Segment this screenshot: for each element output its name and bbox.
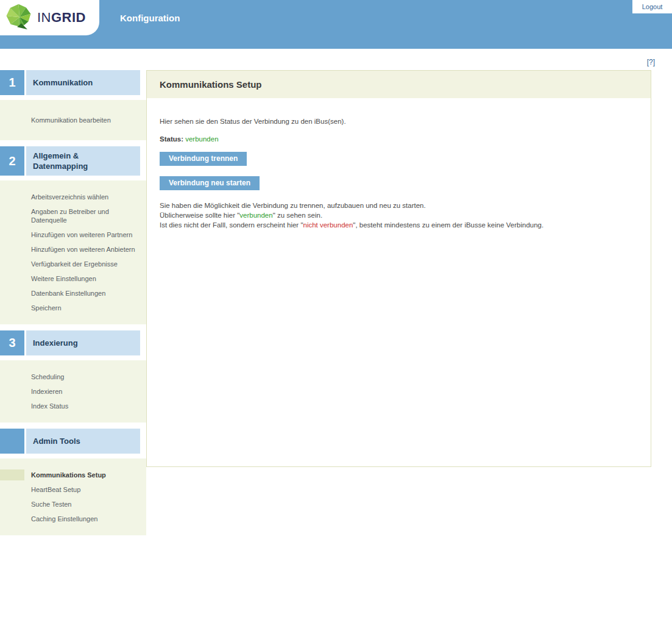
section-title-allgemein: Allgemein & Datenmapping: [26, 146, 140, 176]
status-line: Status: verbunden: [160, 135, 638, 143]
sidebar-section-indexierung: 3 Indexierung: [0, 330, 146, 355]
info-line3-prefix: Ist dies nicht der Falll, sondern ersche…: [160, 221, 303, 229]
info-line2-verbunden: verbunden: [239, 212, 272, 219]
section-number-1: 1: [0, 70, 24, 95]
sidebar-section-allgemein: 2 Allgemein & Datenmapping: [0, 146, 146, 176]
content-body: Hier sehen sie den Status der Verbindung…: [147, 98, 651, 249]
sidebar-panel-indexierung: Scheduling Indexieren Index Status: [0, 360, 146, 423]
sidebar-item-arbeitsverzeichnis[interactable]: Arbeitsverzeichnis wählen: [0, 190, 146, 204]
sidebar-item-datenbank-einstellungen[interactable]: Datenbank Einstellungen: [0, 286, 146, 301]
sidebar-panel-allgemein: Arbeitsverzeichnis wählen Angaben zu Bet…: [0, 180, 146, 324]
sidebar-item-scheduling[interactable]: Scheduling: [0, 369, 146, 384]
sidebar-section-admin-tools: Admin Tools: [0, 429, 146, 454]
logout-button[interactable]: Logout: [632, 0, 672, 13]
sidebar-item-weitere-partner[interactable]: Hinzufügen von weiteren Partnern: [0, 227, 146, 242]
sidebar-item-indexieren[interactable]: Indexieren: [0, 384, 146, 399]
sidebar-item-kommunikations-setup[interactable]: Kommunikations Setup: [0, 468, 146, 482]
top-header-bar: INGRID Konfiguration Logout: [0, 0, 672, 49]
status-value: verbunden: [185, 135, 218, 143]
section-title-kommunikation: Kommunikation: [26, 70, 140, 95]
sidebar: 1 Kommunikation Kommunikation bearbeiten…: [0, 70, 146, 541]
disconnect-button[interactable]: Verbindung trennen: [160, 152, 247, 166]
section-title-indexierung: Indexierung: [26, 330, 140, 355]
logo-text-grid: GRID: [51, 10, 86, 25]
sidebar-panel-admin-tools: Kommunikations Setup HeartBeat Setup Suc…: [0, 458, 146, 535]
info-line2-prefix: Üblicherweise sollte hier ": [160, 212, 239, 219]
sidebar-item-suche-testen[interactable]: Suche Testen: [0, 497, 146, 512]
sidebar-item-verfuegbarkeit[interactable]: Verfügbarkeit der Ergebnisse: [0, 257, 146, 271]
sidebar-item-weitere-anbieter[interactable]: Hinzufügen von weiteren Anbietern: [0, 242, 146, 257]
section-number-3: 3: [0, 330, 24, 355]
info-line3-nicht-verbunden: nicht verbunden: [303, 221, 353, 229]
info-paragraph: Sie haben die Möglichkeit die Verbindung…: [160, 201, 638, 230]
section-number-admin: [0, 429, 24, 454]
ingrid-gem-icon: [5, 2, 34, 33]
sidebar-item-kommunikation-bearbeiten[interactable]: Kommunikation bearbeiten: [0, 113, 146, 127]
info-line3-suffix: ", besteht mindestens zu einem der iBuss…: [353, 221, 543, 229]
main-content-panel: Kommunikations Setup Hier sehen sie den …: [146, 70, 651, 467]
page: INGRID Konfiguration Logout [?] 1 Kommun…: [0, 0, 672, 642]
sidebar-item-weitere-einstellungen[interactable]: Weitere Einstellungen: [0, 271, 146, 286]
help-link[interactable]: [?]: [647, 58, 655, 66]
logo-text-in: IN: [37, 10, 51, 25]
sidebar-item-caching-einstellungen[interactable]: Caching Einstellungen: [0, 512, 146, 526]
intro-text: Hier sehen sie den Status der Verbindung…: [160, 118, 638, 125]
restart-connection-button[interactable]: Verbindung neu starten: [160, 176, 260, 190]
page-title: Konfiguration: [120, 0, 180, 35]
logo: INGRID: [0, 0, 99, 35]
section-number-2: 2: [0, 146, 24, 176]
logo-wordmark: INGRID: [37, 10, 86, 26]
sidebar-item-index-status[interactable]: Index Status: [0, 399, 146, 413]
info-line2-suffix: " zu sehen sein.: [273, 212, 322, 219]
status-label: Status:: [160, 135, 183, 143]
section-title-admin-tools: Admin Tools: [26, 429, 140, 454]
sidebar-panel-kommunikation: Kommunikation bearbeiten: [0, 100, 146, 140]
info-line1: Sie haben die Möglichkeit die Verbindung…: [160, 202, 426, 209]
sidebar-item-heartbeat-setup[interactable]: HeartBeat Setup: [0, 482, 146, 497]
sidebar-item-angaben-betreiber[interactable]: Angaben zu Betreiber und Datenquelle: [0, 204, 146, 227]
sidebar-item-speichern[interactable]: Speichern: [0, 301, 146, 315]
content-heading: Kommunikations Setup: [147, 71, 651, 98]
sidebar-section-kommunikation: 1 Kommunikation: [0, 70, 146, 95]
